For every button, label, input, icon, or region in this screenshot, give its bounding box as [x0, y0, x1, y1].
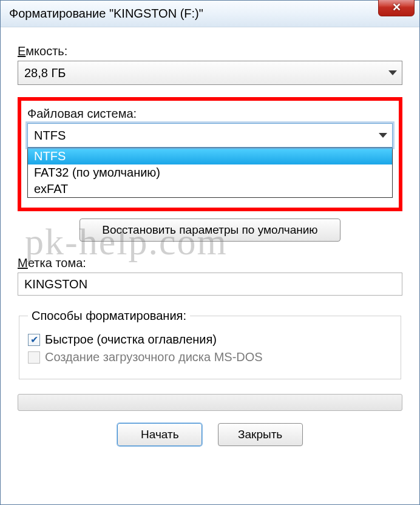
filesystem-option-ntfs[interactable]: NTFS: [28, 148, 392, 164]
capacity-combo[interactable]: 28,8 ГБ: [18, 61, 402, 85]
capacity-label: Емкость:: [18, 44, 402, 58]
quick-format-label: Быстрое (очистка оглавления): [45, 333, 217, 347]
dialog-buttons: Начать Закрыть: [18, 423, 402, 446]
start-button[interactable]: Начать: [117, 423, 202, 446]
filesystem-value: NTFS: [34, 129, 66, 143]
restore-defaults-button[interactable]: Восстановить параметры по умолчанию: [80, 219, 340, 242]
titlebar: Форматирование "KINGSTON (F:)" ✕: [1, 1, 419, 27]
volume-label-label: Метка тома:: [18, 256, 402, 270]
format-options-group: Способы форматирования: ✔ Быстрое (очист…: [19, 309, 401, 379]
quick-format-checkbox[interactable]: ✔: [28, 334, 40, 346]
format-progress-bar: [18, 394, 402, 411]
msdos-boot-checkbox: [28, 351, 40, 364]
format-options-legend: Способы форматирования:: [28, 309, 190, 323]
filesystem-option-exfat[interactable]: exFAT: [28, 181, 392, 197]
dialog-body: Емкость: 28,8 ГБ Файловая система: NTFS …: [1, 27, 419, 456]
chevron-down-icon: [379, 133, 387, 138]
quick-format-row[interactable]: ✔ Быстрое (очистка оглавления): [28, 333, 392, 347]
filesystem-combo[interactable]: NTFS: [27, 123, 393, 147]
filesystem-option-fat32[interactable]: FAT32 (по умолчанию): [28, 164, 392, 181]
close-button[interactable]: Закрыть: [218, 423, 303, 446]
msdos-boot-row: Создание загрузочного диска MS-DOS: [28, 350, 392, 364]
msdos-boot-label: Создание загрузочного диска MS-DOS: [45, 350, 263, 364]
close-icon: ✕: [392, 1, 401, 14]
format-dialog: Форматирование "KINGSTON (F:)" ✕ Емкость…: [0, 0, 420, 505]
capacity-value: 28,8 ГБ: [24, 66, 66, 80]
filesystem-highlight: Файловая система: NTFS NTFS FAT32 (по ум…: [18, 97, 402, 211]
filesystem-dropdown: NTFS FAT32 (по умолчанию) exFAT: [27, 147, 393, 198]
filesystem-label: Файловая система:: [27, 107, 393, 121]
chevron-down-icon: [388, 70, 397, 75]
volume-label-input[interactable]: [18, 273, 402, 296]
close-window-button[interactable]: ✕: [378, 0, 415, 16]
window-title: Форматирование "KINGSTON (F:)": [9, 7, 203, 21]
